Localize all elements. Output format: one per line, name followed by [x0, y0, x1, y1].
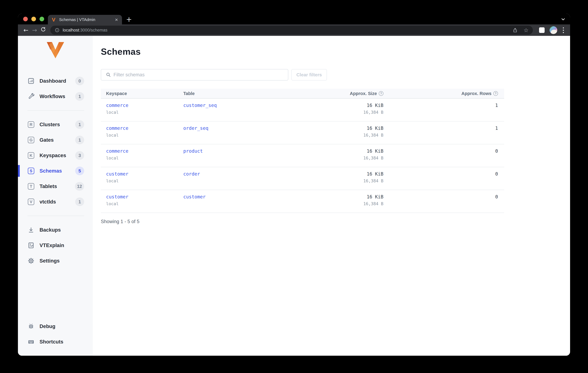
doc-check-icon	[28, 242, 35, 249]
search-input[interactable]	[101, 69, 288, 80]
sidebar-item-label: VTExplain	[40, 242, 64, 248]
sidebar-item-gates[interactable]: G Gates 1	[18, 132, 93, 148]
cluster-label: local	[106, 110, 183, 115]
sidebar-item-settings[interactable]: Settings	[18, 253, 93, 269]
page-title: Schemas	[101, 46, 570, 57]
count-badge: 1	[75, 120, 84, 129]
keyspace-link[interactable]: commerce	[106, 103, 183, 108]
sidebar-item-vtexplain[interactable]: VTExplain	[18, 238, 93, 253]
count-badge: 3	[75, 151, 84, 160]
sidebar-item-debug[interactable]: Debug	[18, 318, 93, 334]
sidebar-item-label: Schemas	[40, 168, 62, 174]
reload-button[interactable]	[39, 27, 48, 34]
table-link[interactable]: product	[183, 148, 322, 154]
keyspace-link[interactable]: customer	[106, 194, 183, 199]
forward-button[interactable]: →	[30, 27, 39, 33]
new-tab-button[interactable]: +	[126, 15, 132, 23]
table-link[interactable]: customer	[183, 194, 322, 199]
vitess-logo	[47, 42, 64, 58]
browser-toolbar: ← → localhost:3000/schemas ☆	[18, 24, 570, 36]
count-badge: 1	[75, 136, 84, 144]
chevron-down-icon[interactable]	[560, 17, 566, 22]
sidebar: Dashboard 0 Workflows 1 R Clusters 1	[18, 36, 93, 356]
column-keyspace: Keyspace	[106, 91, 183, 96]
help-icon[interactable]: ?	[493, 91, 498, 96]
site-info-icon[interactable]	[55, 28, 60, 33]
gates-letter-icon: G	[28, 137, 34, 143]
browser-window: V Schemas | VTAdmin × + ← → localhost:30…	[18, 14, 570, 356]
sidebar-item-backups[interactable]: Backups	[18, 222, 93, 238]
count-badge: 1	[75, 197, 84, 206]
browser-tab[interactable]: V Schemas | VTAdmin ×	[48, 15, 122, 24]
dashboard-icon	[28, 77, 35, 85]
url-host: localhost	[63, 28, 79, 33]
sidebar-item-tablets[interactable]: T Tablets 12	[18, 179, 93, 194]
main-content: Schemas Clear filters Keyspace Table App…	[93, 36, 570, 356]
address-bar[interactable]: localhost:3000/schemas ☆	[50, 26, 533, 35]
sidebar-item-schemas[interactable]: S Schemas 5	[18, 163, 93, 179]
browser-menu-icon[interactable]	[563, 27, 564, 33]
clear-filters-button[interactable]: Clear filters	[291, 69, 327, 80]
sidebar-item-shortcuts[interactable]: Shortcuts	[18, 334, 93, 350]
count-badge: 5	[75, 166, 84, 175]
url-path: :3000/schemas	[79, 28, 107, 33]
sidebar-item-vtctlds[interactable]: V vtctlds 1	[18, 194, 93, 209]
traffic-lights	[23, 17, 44, 21]
tab-close-icon[interactable]: ×	[115, 17, 118, 22]
sidebar-item-dashboard[interactable]: Dashboard 0	[18, 73, 93, 89]
table-row: commerce local order_seq 16 KiB 16,384 B…	[101, 121, 504, 144]
count-badge: 0	[75, 77, 84, 85]
sidebar-footer: Debug Shortcuts	[18, 318, 93, 356]
approx-size: 16 KiB	[322, 103, 383, 108]
minimize-window-button[interactable]	[31, 17, 36, 21]
sidebar-nav: Dashboard 0 Workflows 1 R Clusters 1	[18, 73, 93, 269]
sidebar-item-label: Tablets	[40, 183, 57, 189]
sidebar-divider	[28, 216, 84, 216]
keyspace-link[interactable]: customer	[106, 171, 183, 177]
page-content: Dashboard 0 Workflows 1 R Clusters 1	[18, 36, 570, 356]
tab-strip: V Schemas | VTAdmin × +	[18, 14, 570, 24]
size-bytes: 16,384 B	[322, 201, 383, 206]
table-link[interactable]: corder	[183, 171, 322, 177]
size-bytes: 16,384 B	[322, 178, 383, 183]
column-approx-rows: Approx. Rows ?	[383, 91, 498, 96]
cluster-label: local	[106, 156, 183, 160]
back-button[interactable]: ←	[22, 27, 30, 33]
approx-rows: 0	[383, 148, 498, 154]
sidebar-divider	[28, 110, 84, 111]
count-badge: 1	[75, 92, 84, 101]
schemas-letter-icon: S	[28, 168, 34, 174]
close-window-button[interactable]	[23, 17, 28, 21]
sidebar-item-label: Keyspaces	[40, 153, 66, 158]
filter-row: Clear filters	[101, 69, 570, 80]
size-bytes: 16,384 B	[322, 110, 383, 115]
column-table: Table	[183, 91, 322, 96]
side-panel-icon[interactable]	[539, 27, 545, 33]
size-bytes: 16,384 B	[322, 156, 383, 160]
sidebar-item-clusters[interactable]: R Clusters 1	[18, 117, 93, 132]
approx-size: 16 KiB	[322, 171, 383, 177]
tablets-letter-icon: T	[28, 183, 34, 190]
sidebar-item-label: Debug	[40, 323, 55, 329]
download-icon	[28, 226, 35, 233]
sidebar-item-keyspaces[interactable]: K Keyspaces 3	[18, 148, 93, 163]
approx-rows: 0	[383, 194, 498, 199]
url-text[interactable]: localhost:3000/schemas	[63, 28, 107, 33]
approx-size: 16 KiB	[322, 125, 383, 131]
approx-rows: 1	[383, 125, 498, 131]
share-icon[interactable]	[513, 28, 518, 33]
maximize-window-button[interactable]	[40, 17, 44, 21]
approx-rows: 1	[383, 103, 498, 108]
help-icon[interactable]: ?	[379, 91, 383, 96]
sidebar-item-label: Shortcuts	[40, 339, 63, 345]
bookmark-star-icon[interactable]: ☆	[524, 27, 529, 33]
table-link[interactable]: order_seq	[183, 125, 322, 131]
keyspace-link[interactable]: commerce	[106, 148, 183, 154]
profile-avatar[interactable]	[550, 26, 557, 34]
keyspace-link[interactable]: commerce	[106, 125, 183, 131]
sidebar-item-label: Dashboard	[40, 78, 66, 84]
sidebar-item-workflows[interactable]: Workflows 1	[18, 89, 93, 104]
sidebar-item-label: Clusters	[40, 121, 60, 128]
approx-rows: 0	[383, 171, 498, 177]
table-link[interactable]: customer_seq	[183, 103, 322, 108]
